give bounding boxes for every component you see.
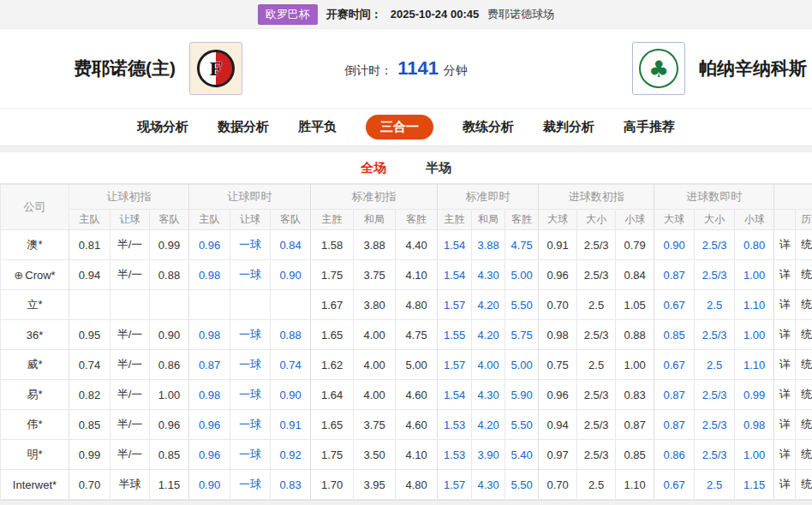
company-cell: 36* (1, 320, 69, 350)
company-cell: ⊕Crow* (1, 260, 69, 290)
standard-initial-cell: 1.75 (311, 260, 354, 290)
goals-live-cell: 0.86 (654, 440, 695, 470)
handicap-live-cell: 0.91 (271, 410, 311, 440)
company-name: 澳* (27, 238, 42, 251)
table-row: 明*0.99半/一0.850.96一球0.921.753.504.101.533… (1, 440, 812, 470)
subcol-header: 和局 (354, 210, 396, 230)
company-name: 易* (27, 388, 42, 401)
company-header: 公司 (1, 185, 69, 230)
stats-link[interactable]: 统 (796, 470, 812, 500)
standard-live-cell: 3.90 (472, 440, 505, 470)
detail-link[interactable]: 详 (774, 350, 796, 380)
away-team-block: ♣ 帕纳辛纳科斯 (632, 42, 807, 95)
goals-initial-cell: 0.70 (539, 470, 577, 500)
standard-live-cell: 1.54 (438, 230, 472, 260)
subcol-header: 主胜 (438, 210, 472, 230)
detail-link[interactable]: 详 (774, 440, 796, 470)
standard-live-cell: 5.90 (505, 380, 539, 410)
action-header-blank (774, 210, 796, 230)
table-row: 澳*0.81半/一0.990.96一球0.841.583.884.401.543… (1, 230, 812, 260)
detail-link[interactable]: 详 (774, 260, 796, 290)
standard-initial-cell: 1.62 (311, 350, 354, 380)
goals-live-cell: 1.15 (735, 470, 774, 500)
goals-live-cell: 2.5 (695, 470, 735, 500)
subtab-half-time[interactable]: 半场 (426, 160, 451, 176)
handicap-initial-cell: 0.82 (69, 380, 110, 410)
handicap-initial-cell: 0.90 (150, 320, 189, 350)
handicap-initial-cell: 0.95 (69, 320, 110, 350)
analysis-nav: 现场分析 数据分析 胜平负 三合一 教练分析 裁判分析 高手推荐 (0, 108, 812, 146)
goals-live-cell: 1.00 (735, 440, 774, 470)
standard-initial-cell: 3.75 (354, 410, 396, 440)
handicap-initial-cell: 半/一 (110, 320, 150, 350)
subtab-full-time[interactable]: 全场 (361, 160, 386, 176)
feyenoord-crest-icon: F (197, 50, 235, 87)
detail-link[interactable]: 详 (774, 410, 796, 440)
handicap-live-cell: 0.84 (271, 230, 311, 260)
group-handicap-initial: 让球初指 (69, 185, 189, 210)
group-goals-live: 进球数即时 (654, 185, 774, 210)
stats-link[interactable]: 统 (796, 230, 812, 260)
standard-initial-cell: 1.75 (311, 440, 354, 470)
company-name: Interwet* (13, 478, 57, 491)
goals-initial-cell: 0.91 (539, 230, 577, 260)
detail-link[interactable]: 详 (774, 380, 796, 410)
stats-link[interactable]: 统 (796, 410, 812, 440)
league-badge[interactable]: 欧罗巴杯 (258, 4, 318, 25)
detail-link[interactable]: 详 (774, 290, 796, 320)
standard-initial-cell: 4.00 (354, 350, 396, 380)
detail-link[interactable]: 详 (774, 470, 796, 500)
subcol-header: 小球 (735, 210, 774, 230)
tab-referee-analysis[interactable]: 裁判分析 (543, 119, 594, 135)
odds-table-wrap: 公司 让球初指 让球即时 标准初指 标准即时 进球数初指 进球数即时 主队 让球… (0, 183, 812, 500)
stats-link[interactable]: 统 (796, 290, 812, 320)
goals-initial-cell: 0.79 (616, 230, 654, 260)
subcol-header: 大球 (654, 210, 695, 230)
goals-live-cell: 0.85 (654, 320, 695, 350)
company-name: 明* (27, 448, 42, 460)
tab-expert-picks[interactable]: 高手推荐 (624, 119, 675, 135)
stats-link[interactable]: 统 (796, 440, 812, 470)
handicap-initial-cell: 0.94 (69, 260, 110, 290)
tab-coach-analysis[interactable]: 教练分析 (463, 119, 514, 135)
handicap-initial-cell: 0.99 (69, 440, 110, 470)
subcol-header: 主队 (69, 210, 110, 230)
handicap-live-cell: 0.96 (189, 410, 230, 440)
goals-live-cell: 1.10 (735, 290, 774, 320)
section-divider (0, 146, 812, 152)
company-name: 立* (27, 298, 42, 311)
standard-live-cell: 1.54 (438, 260, 472, 290)
detail-link[interactable]: 详 (774, 230, 796, 260)
goals-live-cell: 2.5/3 (695, 320, 735, 350)
handicap-live-cell: 0.92 (271, 440, 311, 470)
company-cell: 伟* (1, 410, 69, 440)
subcol-header: 让球 (230, 210, 271, 230)
handicap-live-cell (189, 290, 230, 320)
goals-initial-cell: 0.98 (539, 320, 577, 350)
standard-initial-cell: 4.80 (396, 290, 438, 320)
standard-initial-cell: 3.95 (354, 470, 396, 500)
tab-three-in-one[interactable]: 三合一 (366, 115, 433, 140)
goals-live-cell: 2.5/3 (695, 230, 735, 260)
goals-live-cell: 2.5/3 (695, 440, 735, 470)
tab-win-draw-loss[interactable]: 胜平负 (298, 119, 337, 135)
goals-live-cell: 1.10 (735, 350, 774, 380)
handicap-live-cell: 0.98 (189, 320, 230, 350)
standard-live-cell: 4.75 (505, 230, 539, 260)
handicap-live-cell: 一球 (230, 380, 271, 410)
detail-link[interactable]: 详 (774, 320, 796, 350)
stats-link[interactable]: 统 (796, 320, 812, 350)
stats-link[interactable]: 统 (796, 350, 812, 380)
table-row: Interwet*0.70半球1.150.90一球0.831.703.954.8… (1, 470, 812, 500)
stats-link[interactable]: 统 (796, 260, 812, 290)
stats-link[interactable]: 统 (796, 380, 812, 410)
goals-initial-cell: 0.84 (616, 260, 654, 290)
standard-live-cell: 5.50 (505, 410, 539, 440)
tab-live-analysis[interactable]: 现场分析 (137, 119, 188, 135)
handicap-live-cell: 一球 (230, 410, 271, 440)
tab-data-analysis[interactable]: 数据分析 (218, 119, 269, 135)
standard-initial-cell: 4.75 (396, 320, 438, 350)
goals-initial-cell: 0.88 (616, 320, 654, 350)
handicap-live-cell: 一球 (230, 350, 271, 380)
goals-initial-cell: 2.5/3 (577, 440, 616, 470)
